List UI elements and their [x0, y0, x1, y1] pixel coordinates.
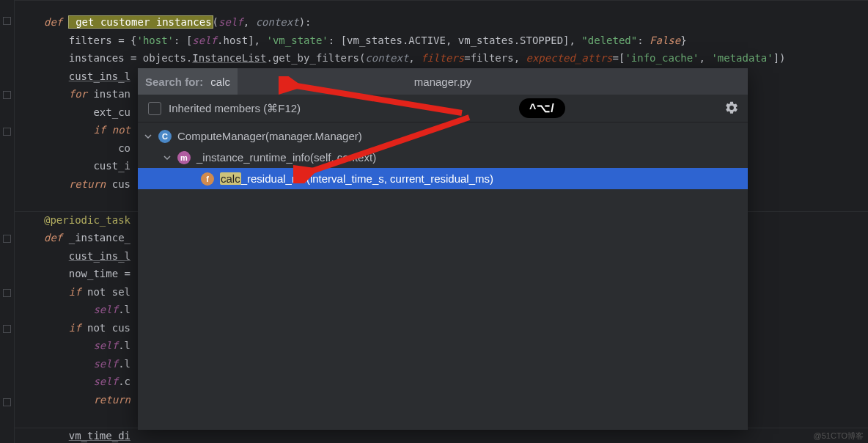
popup-toolbar: Inherited members (⌘F12) ^⌥/	[138, 95, 748, 122]
popup-title: manager.py	[414, 76, 471, 88]
shortcut-pill: ^⌥/	[519, 98, 565, 118]
chevron-down-icon	[144, 132, 152, 141]
class-name: ComputeManager(manager.Manager)	[177, 130, 362, 142]
inherited-checkbox[interactable]	[148, 102, 161, 115]
function-name-highlight: _get_customer_instances	[69, 16, 213, 28]
gear-icon[interactable]	[724, 100, 739, 115]
class-icon: C	[158, 130, 172, 143]
function-icon: f	[201, 172, 214, 186]
tree-row-class[interactable]: C ComputeManager(manager.Manager)	[138, 125, 748, 147]
watermark: @51CTO博客	[814, 431, 864, 442]
def-keyword: def	[44, 16, 62, 28]
tree-row-function-selected[interactable]: f calc_residual_ms(interval_time_s, curr…	[138, 168, 748, 189]
tree-row-method[interactable]: m _instance_runtime_info(self, context)	[138, 147, 748, 168]
structure-tree[interactable]: C ComputeManager(manager.Manager) m _ins…	[138, 122, 748, 189]
function-name: calc_residual_ms(interval_time_s, curren…	[220, 172, 493, 185]
popup-header: Search for: calc manager.py	[138, 68, 748, 95]
search-box[interactable]: Search for: calc	[138, 68, 238, 95]
method-name: _instance_runtime_info(self, context)	[196, 151, 376, 164]
method-icon: m	[177, 151, 191, 164]
search-term: calc	[210, 76, 230, 88]
inherited-label: Inherited members (⌘F12)	[169, 102, 301, 115]
file-structure-popup[interactable]: Search for: calc manager.py Inherited me…	[138, 68, 748, 430]
chevron-down-icon	[163, 153, 172, 162]
search-label: Search for:	[145, 76, 203, 88]
